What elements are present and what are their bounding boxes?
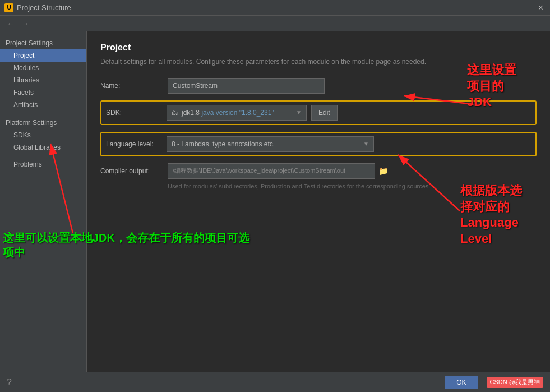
sdk-edit-button[interactable]: Edit — [311, 105, 338, 121]
back-button[interactable]: ← — [4, 18, 17, 29]
csdn-watermark: CSDN @我是男神 — [487, 377, 543, 388]
sidebar-item-modules[interactable]: Modules — [0, 62, 86, 74]
compiler-output-row: Compiler output: \编程数据\IDE\Java\workspac… — [100, 163, 537, 179]
content-area: Project Default settings for all modules… — [87, 31, 550, 372]
app-icon: U — [4, 3, 13, 12]
sidebar-item-sdks[interactable]: SDKs — [0, 129, 86, 141]
sdk-row: SDK: 🗂 jdk1.8 java version "1.8.0_231" ▼… — [100, 100, 537, 125]
sdk-select[interactable]: 🗂 jdk1.8 java version "1.8.0_231" ▼ — [167, 105, 307, 121]
name-row: Name: — [100, 78, 537, 94]
sdk-select-text: jdk1.8 java version "1.8.0_231" — [182, 109, 293, 117]
compiler-path-text: \编程数据\IDE\Java\workspace_idea\project\Cu… — [173, 167, 345, 175]
close-button[interactable]: × — [536, 3, 546, 13]
name-label: Name: — [100, 82, 168, 90]
lang-select[interactable]: 8 - Lambdas, type annotations etc. ▼ — [167, 136, 374, 152]
name-input[interactable] — [168, 78, 325, 94]
sdk-folder-icon: 🗂 — [172, 109, 178, 117]
platform-settings-label: Platform Settings — [0, 116, 86, 129]
sidebar-item-facets[interactable]: Facets — [0, 86, 86, 99]
bottom-bar: ? OK CSDN @我是男神 — [0, 372, 550, 392]
lang-select-text: 8 - Lambdas, type annotations etc. — [172, 140, 363, 148]
sidebar-item-project[interactable]: Project — [0, 49, 86, 62]
sidebar: Project Settings Project Modules Librari… — [0, 31, 87, 372]
title-bar: U Project Structure × — [0, 0, 550, 16]
sidebar-item-global-libraries[interactable]: Global Libraries — [0, 141, 86, 154]
content-title: Project — [100, 43, 537, 53]
title-bar-text: Project Structure — [17, 3, 536, 12]
sdk-dropdown-arrow-icon: ▼ — [296, 109, 302, 116]
nav-bar: ← → — [0, 16, 550, 31]
sidebar-item-problems[interactable]: Problems — [0, 158, 86, 170]
lang-label: Language level: — [106, 140, 167, 148]
main-layout: Project Settings Project Modules Librari… — [0, 31, 550, 372]
forward-button[interactable]: → — [19, 18, 31, 29]
sidebar-item-libraries[interactable]: Libraries — [0, 74, 86, 86]
compiler-label: Compiler output: — [100, 167, 168, 175]
compiler-path-input[interactable]: \编程数据\IDE\Java\workspace_idea\project\Cu… — [168, 163, 375, 179]
project-settings-label: Project Settings — [0, 36, 86, 49]
compiler-folder-icon[interactable]: 📁 — [378, 167, 388, 176]
help-button[interactable]: ? — [7, 377, 12, 388]
ok-button[interactable]: OK — [445, 376, 477, 389]
content-description: Default settings for all modules. Config… — [100, 57, 537, 67]
sdk-label: SDK: — [106, 109, 167, 117]
sidebar-item-artifacts[interactable]: Artifacts — [0, 99, 86, 111]
compiler-note: Used for modules' subdirectories, Produc… — [168, 182, 537, 191]
lang-dropdown-arrow-icon: ▼ — [363, 141, 369, 147]
language-level-row: Language level: 8 - Lambdas, type annota… — [100, 132, 537, 156]
